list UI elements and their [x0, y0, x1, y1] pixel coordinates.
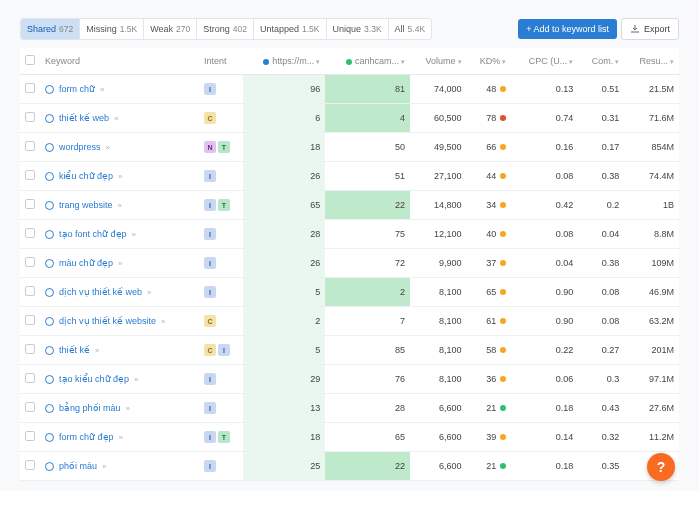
keyword-link[interactable]: dịch vụ thiết kế website » — [45, 316, 194, 326]
col-intent[interactable]: Intent — [199, 48, 243, 75]
row-checkbox[interactable] — [25, 431, 35, 441]
col-results[interactable]: Resu...▾ — [624, 48, 679, 75]
keyword-link[interactable]: bảng phối màu » — [45, 403, 194, 413]
pos-site1: 18 — [243, 423, 325, 452]
cpc-cell: 0.42 — [511, 191, 578, 220]
volume-cell: 12,100 — [410, 220, 466, 249]
pos-site2: 75 — [325, 220, 410, 249]
chevron-icon: » — [132, 230, 135, 239]
results-cell: 97.1M — [624, 365, 679, 394]
intent-badge-i: I — [218, 344, 230, 356]
pos-site1: 96 — [243, 75, 325, 104]
keyword-link[interactable]: thiết kế web » — [45, 113, 194, 123]
toolbar: Shared672Missing1.5KWeak270Strong402Unta… — [20, 18, 679, 40]
keyword-text: tạo kiểu chữ đẹp — [59, 374, 129, 384]
kd-dot-icon — [500, 144, 506, 150]
pos-site1: 25 — [243, 452, 325, 481]
pos-site1: 26 — [243, 162, 325, 191]
com-cell: 0.17 — [578, 133, 624, 162]
chevron-icon: » — [134, 375, 137, 384]
volume-cell: 8,100 — [410, 278, 466, 307]
kd-dot-icon — [500, 173, 506, 179]
col-kd[interactable]: KD%▾ — [467, 48, 512, 75]
table-row: tạo font chữ đẹp »I287512,10040 0.080.04… — [20, 220, 679, 249]
intent-badges: I — [204, 286, 238, 298]
intent-badge-i: I — [204, 228, 216, 240]
results-cell: 63.2M — [624, 307, 679, 336]
row-checkbox[interactable] — [25, 83, 35, 93]
select-all-checkbox[interactable] — [25, 55, 35, 65]
kd-dot-icon — [500, 86, 506, 92]
tab-all[interactable]: All5.4K — [389, 19, 432, 39]
keyword-link[interactable]: wordpress » — [45, 142, 194, 152]
kd-cell: 21 — [467, 452, 512, 481]
tab-weak[interactable]: Weak270 — [144, 19, 197, 39]
tab-missing[interactable]: Missing1.5K — [80, 19, 144, 39]
pos-site2: 65 — [325, 423, 410, 452]
intent-badges: I — [204, 257, 238, 269]
col-site2[interactable]: canhcam...▾ — [325, 48, 410, 75]
keyword-text: form chữ — [59, 84, 95, 94]
row-checkbox[interactable] — [25, 373, 35, 383]
keyword-link[interactable]: form chữ đẹp » — [45, 432, 194, 442]
table-row: wordpress »NT185049,50066 0.160.17854M — [20, 133, 679, 162]
filter-tabs: Shared672Missing1.5KWeak270Strong402Unta… — [20, 18, 432, 40]
col-keyword[interactable]: Keyword — [40, 48, 199, 75]
tab-label: Missing — [86, 24, 117, 34]
pos-site1: 5 — [243, 278, 325, 307]
tab-shared[interactable]: Shared672 — [21, 19, 80, 39]
kd-cell: 39 — [467, 423, 512, 452]
row-checkbox[interactable] — [25, 344, 35, 354]
volume-cell: 6,600 — [410, 452, 466, 481]
com-cell: 0.31 — [578, 104, 624, 133]
results-cell: 8.8M — [624, 220, 679, 249]
pos-site2: 4 — [325, 104, 410, 133]
row-checkbox[interactable] — [25, 141, 35, 151]
tab-unique[interactable]: Unique3.3K — [327, 19, 389, 39]
serp-icon — [45, 433, 54, 442]
keyword-link[interactable]: form chữ » — [45, 84, 194, 94]
keyword-link[interactable]: trang website » — [45, 200, 194, 210]
intent-badges: I — [204, 170, 238, 182]
row-checkbox[interactable] — [25, 315, 35, 325]
keyword-link[interactable]: kiểu chữ đẹp » — [45, 171, 194, 181]
row-checkbox[interactable] — [25, 402, 35, 412]
keyword-link[interactable]: dịch vụ thiết kế web » — [45, 287, 194, 297]
kd-dot-icon — [500, 463, 506, 469]
row-checkbox[interactable] — [25, 460, 35, 470]
kd-cell: 65 — [467, 278, 512, 307]
com-cell: 0.3 — [578, 365, 624, 394]
row-checkbox[interactable] — [25, 257, 35, 267]
keyword-link[interactable]: thiết kế » — [45, 345, 194, 355]
com-cell: 0.38 — [578, 249, 624, 278]
row-checkbox[interactable] — [25, 199, 35, 209]
export-button[interactable]: Export — [621, 18, 679, 40]
kd-cell: 66 — [467, 133, 512, 162]
row-checkbox[interactable] — [25, 112, 35, 122]
row-checkbox[interactable] — [25, 228, 35, 238]
intent-badge-c: C — [204, 112, 216, 124]
tab-strong[interactable]: Strong402 — [197, 19, 254, 39]
col-cpc[interactable]: CPC (U...▾ — [511, 48, 578, 75]
add-to-keyword-list-button[interactable]: + Add to keyword list — [518, 19, 617, 39]
keyword-link[interactable]: phối màu » — [45, 461, 194, 471]
col-volume[interactable]: Volume▾ — [410, 48, 466, 75]
keyword-link[interactable]: tạo font chữ đẹp » — [45, 229, 194, 239]
keyword-text: dịch vụ thiết kế website — [59, 316, 156, 326]
row-checkbox[interactable] — [25, 170, 35, 180]
table-row: thiết kế »CI5858,10058 0.220.27201M — [20, 336, 679, 365]
intent-badges: IT — [204, 199, 238, 211]
tab-untapped[interactable]: Untapped1.5K — [254, 19, 327, 39]
keyword-link[interactable]: màu chữ đẹp » — [45, 258, 194, 268]
row-checkbox[interactable] — [25, 286, 35, 296]
com-cell: 0.27 — [578, 336, 624, 365]
serp-icon — [45, 201, 54, 210]
volume-cell: 60,500 — [410, 104, 466, 133]
keyword-text: form chữ đẹp — [59, 432, 114, 442]
table-row: thiết kế web »C6460,50078 0.740.3171.6M — [20, 104, 679, 133]
col-com[interactable]: Com.▾ — [578, 48, 624, 75]
keyword-link[interactable]: tạo kiểu chữ đẹp » — [45, 374, 194, 384]
col-site1[interactable]: https://m...▾ — [243, 48, 325, 75]
help-fab[interactable]: ? — [647, 453, 675, 481]
chevron-icon: » — [118, 172, 121, 181]
